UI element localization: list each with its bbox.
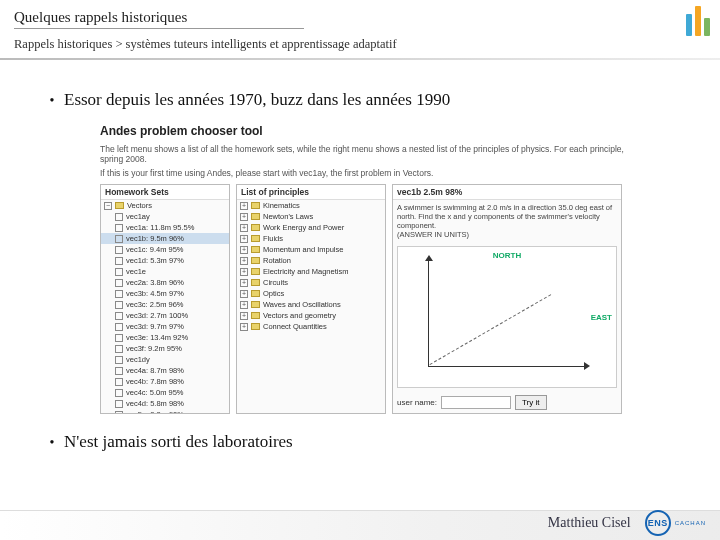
hw-item[interactable]: vec1dy (101, 354, 229, 365)
principle-item[interactable]: +Momentum and Impulse (237, 244, 385, 255)
principle-item[interactable]: +Connect Quantities (237, 321, 385, 332)
bullet-dot: • (40, 93, 64, 109)
corner-logo (686, 6, 710, 36)
principle-item[interactable]: +Optics (237, 288, 385, 299)
principle-item[interactable]: +Newton's Laws (237, 211, 385, 222)
bullet-dot: • (40, 435, 64, 451)
tool-desc-1: The left menu shows a list of all the ho… (100, 144, 630, 164)
embedded-screenshot: Andes problem chooser tool The left menu… (100, 124, 630, 414)
answer-hint: (ANSWER IN UNITS) (397, 230, 469, 239)
hw-item[interactable]: vec2a: 3.8m 96% (101, 277, 229, 288)
hw-item[interactable]: vec4a: 8.7m 98% (101, 365, 229, 376)
bullet-text-1: Essor depuis les années 1970, buzz dans … (64, 90, 450, 110)
hw-item[interactable]: vec1d: 5.3m 97% (101, 255, 229, 266)
username-label: user name: (397, 398, 437, 407)
hw-item[interactable]: vec5a: 8.8m 98% (101, 409, 229, 414)
principle-item[interactable]: +Waves and Oscillations (237, 299, 385, 310)
hw-item[interactable]: vec1b: 9.5m 96% (101, 233, 229, 244)
ens-logo-sub: CACHAN (675, 520, 706, 526)
principles-panel: List of principles +Kinematics+Newton's … (236, 184, 386, 414)
principle-item[interactable]: +Rotation (237, 255, 385, 266)
hw-item[interactable]: vec1a: 11.8m 95.5% (101, 222, 229, 233)
problem-label: vec1b 2.5m 98% (393, 185, 621, 200)
principle-item[interactable]: +Electricity and Magnetism (237, 266, 385, 277)
ens-logo-icon: ENS (645, 510, 671, 536)
principle-item[interactable]: +Fluids (237, 233, 385, 244)
problem-text: A swimmer is swimming at 2.0 m/s in a di… (397, 203, 612, 230)
hw-panel-title: Homework Sets (101, 185, 229, 200)
problem-panel: vec1b 2.5m 98% A swimmer is swimming at … (392, 184, 622, 414)
username-input[interactable] (441, 396, 511, 409)
hw-item[interactable]: vec4c: 5.0m 95% (101, 387, 229, 398)
principle-item[interactable]: +Circuits (237, 277, 385, 288)
axis-north-label: NORTH (493, 251, 521, 260)
hw-item[interactable]: vec3e: 13.4m 92% (101, 332, 229, 343)
breadcrumb: Rappels historiques > systèmes tuteurs i… (0, 33, 720, 52)
hw-item[interactable]: vec3c: 2.5m 96% (101, 299, 229, 310)
footer-logo: ENS CACHAN (645, 510, 706, 536)
hw-item[interactable]: vec3d: 9.7m 97% (101, 321, 229, 332)
hw-item[interactable]: vec1c: 9.4m 95% (101, 244, 229, 255)
hw-item[interactable]: vec4b: 7.8m 98% (101, 376, 229, 387)
hw-item[interactable]: vec3d: 2.7m 100% (101, 310, 229, 321)
hw-item[interactable]: vec1e (101, 266, 229, 277)
author-name: Matthieu Cisel (548, 515, 631, 531)
hw-item[interactable]: vec1ay (101, 211, 229, 222)
bullet-text-2: N'est jamais sorti des laboratoires (64, 432, 293, 452)
hw-item[interactable]: vec3b: 4.5m 97% (101, 288, 229, 299)
principle-item[interactable]: +Work Energy and Power (237, 222, 385, 233)
tree-root[interactable]: −Vectors (101, 200, 229, 211)
axis-east-label: EAST (591, 313, 612, 322)
try-button[interactable]: Try it (515, 395, 546, 410)
hw-item[interactable]: vec4d: 5.8m 98% (101, 398, 229, 409)
principle-item[interactable]: +Vectors and geometry (237, 310, 385, 321)
homework-sets-panel: Homework Sets −Vectors vec1ayvec1a: 11.8… (100, 184, 230, 414)
principles-panel-title: List of principles (237, 185, 385, 200)
vector-plot: NORTH EAST (397, 246, 617, 388)
hw-item[interactable]: vec3f: 9.2m 95% (101, 343, 229, 354)
principle-item[interactable]: +Kinematics (237, 200, 385, 211)
tool-desc-2: If this is your first time using Andes, … (100, 168, 630, 178)
tool-title: Andes problem chooser tool (100, 124, 630, 138)
page-title: Quelques rappels historiques (14, 9, 304, 29)
